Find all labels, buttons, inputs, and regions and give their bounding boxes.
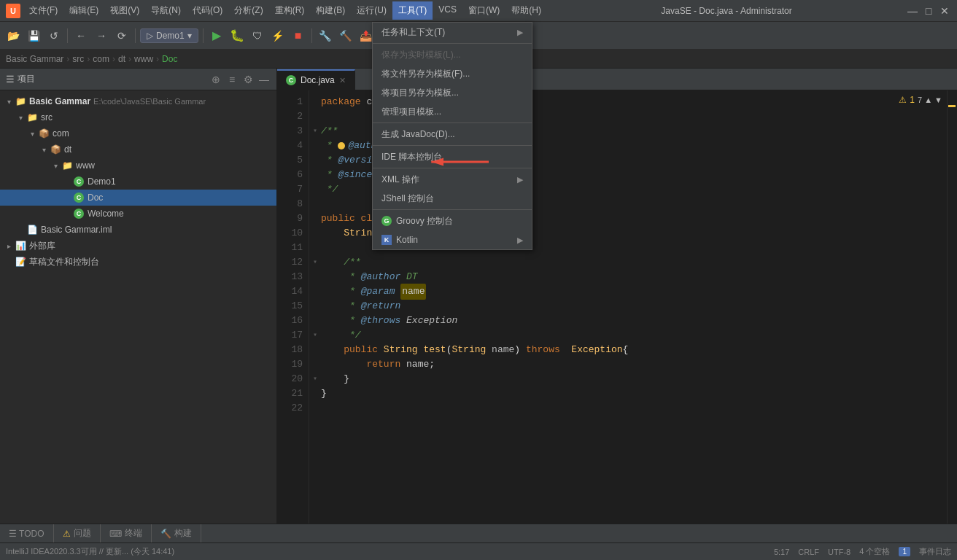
fold-17[interactable]: ▾ — [311, 331, 319, 340]
menu-generate-javadoc[interactable]: 生成 JavaDoc(D)... — [373, 125, 532, 144]
bc-sep-5: › — [156, 54, 159, 64]
tree-item-com[interactable]: ▾ 📦 com — [0, 125, 276, 141]
tree-item-dt[interactable]: ▾ 📦 dt — [0, 141, 276, 158]
debug-button[interactable]: 🐛 — [228, 27, 246, 44]
open-button[interactable]: 📂 — [4, 27, 22, 44]
status-encoding[interactable]: UTF-8 — [828, 548, 851, 556]
menu-xml[interactable]: XML 操作 ▶ — [373, 170, 532, 189]
bc-www[interactable]: www — [134, 54, 153, 64]
tree-arrow-external[interactable]: ▸ — [3, 240, 15, 252]
menu-refactor[interactable]: 重构(R) — [269, 1, 311, 20]
bc-sep-1: › — [66, 54, 69, 64]
fold-20[interactable]: ▾ — [311, 375, 319, 384]
tree-item-iml[interactable]: ▸ 📄 Basic Gammar.iml — [0, 222, 276, 238]
tree-item-src[interactable]: ▾ 📁 src — [0, 109, 276, 125]
coverage-button[interactable]: 🛡 — [249, 27, 266, 44]
tab-close-doc[interactable]: ✕ — [339, 76, 346, 85]
tree-item-www[interactable]: ▾ 📁 www — [0, 158, 276, 174]
status-left: IntelliJ IDEA2020.3.3可用 // 更新... (今天 14:… — [6, 546, 768, 557]
tree-item-project[interactable]: ▾ 📁 Basic Gammar E:\code\JavaSE\Basic Ga… — [0, 93, 276, 109]
menu-code[interactable]: 代码(O) — [187, 1, 228, 20]
sidebar-close-btn[interactable]: — — [257, 73, 271, 86]
menu-nav[interactable]: 导航(N) — [145, 1, 187, 20]
tree-item-demo1[interactable]: ▸ C Demo1 — [0, 174, 276, 190]
stop-button[interactable]: ■ — [290, 27, 307, 44]
back-button[interactable]: ← — [72, 27, 90, 44]
sidebar-settings-btn[interactable]: ⚙ — [241, 73, 255, 86]
maximize-button[interactable]: □ — [922, 4, 935, 18]
tree-arrow-com[interactable]: ▾ — [26, 128, 38, 139]
status-event-log[interactable]: 事件日志 — [919, 546, 951, 557]
refresh-button[interactable]: ↺ — [45, 27, 63, 44]
menu-build[interactable]: 构建(B) — [310, 1, 351, 20]
settings-button[interactable]: 🔧 — [317, 27, 334, 44]
menu-run[interactable]: 运行(U) — [351, 1, 392, 20]
bc-src[interactable]: src — [72, 54, 84, 64]
menu-kotlin[interactable]: K Kotlin ▶ — [373, 230, 532, 249]
sidebar-collapse-btn[interactable]: ≡ — [225, 73, 239, 86]
bc-com[interactable]: com — [93, 54, 109, 64]
tab-todo[interactable]: ☰ TODO — [0, 524, 54, 543]
status-indent[interactable]: 4 个空格 — [859, 546, 890, 557]
run-config-selector[interactable]: ▷ Demo1 ▾ — [140, 28, 198, 43]
tools-button-1[interactable]: 🔨 — [337, 27, 354, 44]
menu-groovy[interactable]: G Groovy 控制台 — [373, 211, 532, 230]
bc-basic-gammar[interactable]: Basic Gammar — [6, 54, 63, 64]
status-idea-version[interactable]: IntelliJ IDEA2020.3.3可用 // 更新... (今天 14:… — [6, 546, 174, 557]
bc-doc[interactable]: Doc — [162, 54, 177, 64]
menu-edit[interactable]: 编辑(E) — [63, 1, 104, 20]
code-line-13: * @author DT — [321, 270, 947, 284]
minimize-button[interactable]: — — [906, 4, 919, 18]
menu-kotlin-label: Kotlin — [396, 235, 418, 245]
file-tree: ▾ 📁 Basic Gammar E:\code\JavaSE\Basic Ga… — [0, 90, 276, 524]
profile-button[interactable]: ⚡ — [269, 27, 287, 44]
tree-label-scratches: 草稿文件和控制台 — [29, 256, 99, 268]
menu-tools[interactable]: 工具(T) — [392, 1, 433, 20]
tree-arrow-src[interactable]: ▾ — [15, 112, 26, 123]
menu-window[interactable]: 窗口(W) — [462, 1, 505, 20]
menu-save-file-template[interactable]: 将文件另存为模板(F)... — [373, 64, 532, 83]
sidebar-project-icon: ☰ — [6, 74, 15, 85]
tab-build[interactable]: 🔨 构建 — [152, 524, 201, 543]
fold-3[interactable]: ▾ — [311, 127, 319, 136]
forward-button[interactable]: → — [93, 27, 110, 44]
menu-save-project-template[interactable]: 将项目另存为模板... — [373, 83, 532, 102]
menu-tasks[interactable]: 任务和上下文(T) ▶ — [373, 23, 532, 42]
tree-arrow-project[interactable]: ▾ — [3, 96, 15, 107]
run-button[interactable]: ▶ — [208, 27, 225, 44]
app-icon: U — [6, 4, 20, 18]
event-log-badge[interactable]: 1 — [899, 547, 910, 556]
bc-dt[interactable]: dt — [118, 54, 125, 64]
tree-label-src: src — [41, 112, 53, 122]
tree-arrow-www[interactable]: ▾ — [50, 160, 61, 171]
menu-file[interactable]: 文件(F) — [23, 1, 63, 20]
menu-ide-console[interactable]: IDE 脚本控制台 — [373, 147, 532, 166]
tree-item-external[interactable]: ▸ 📊 外部库 — [0, 238, 276, 254]
menu-kotlin-arrow: ▶ — [517, 236, 523, 245]
save-button[interactable]: 💾 — [25, 27, 42, 44]
revert-button[interactable]: ⟳ — [113, 27, 131, 44]
menu-vcs[interactable]: VCS — [433, 1, 462, 20]
menu-analyze[interactable]: 分析(Z) — [228, 1, 268, 20]
tree-item-welcome[interactable]: ▸ C Welcome — [0, 206, 276, 222]
menu-view[interactable]: 视图(V) — [104, 1, 145, 20]
tab-terminal[interactable]: ⌨ 终端 — [101, 524, 152, 543]
menu-manage-templates[interactable]: 管理项目模板... — [373, 102, 532, 121]
code-line-15: * @return — [321, 299, 947, 314]
tree-item-scratches[interactable]: ▸ 📝 草稿文件和控制台 — [0, 254, 276, 270]
fold-12[interactable]: ▾ — [311, 258, 319, 267]
menu-jshell[interactable]: JShell 控制台 — [373, 189, 532, 208]
menu-sep-5 — [373, 209, 532, 210]
window-title: JavaSE - Doc.java - Administrator — [547, 6, 906, 16]
status-line-ending[interactable]: CRLF — [798, 548, 819, 556]
sidebar-scope-btn[interactable]: ⊕ — [209, 73, 222, 86]
tab-doc-java[interactable]: C Doc.java ✕ — [277, 69, 355, 90]
menu-help[interactable]: 帮助(H) — [505, 1, 547, 20]
menu-sep-3 — [373, 145, 532, 146]
close-button[interactable]: ✕ — [938, 4, 951, 18]
tree-label-external: 外部库 — [29, 240, 55, 252]
tree-arrow-dt[interactable]: ▾ — [38, 144, 50, 155]
tree-item-doc[interactable]: ▸ C Doc — [0, 190, 276, 206]
status-position[interactable]: 5:17 — [774, 548, 789, 556]
tab-problems[interactable]: ⚠ 问题 — [54, 524, 101, 543]
